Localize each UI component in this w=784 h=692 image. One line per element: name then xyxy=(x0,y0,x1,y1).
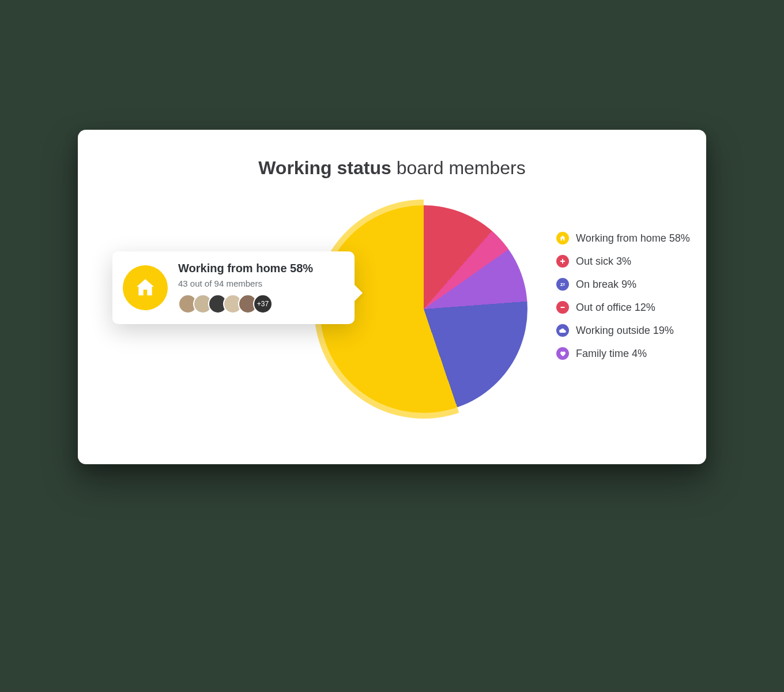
legend-item[interactable]: zzOn break 9% xyxy=(556,278,690,291)
legend-label: Out sick 3% xyxy=(576,255,631,268)
home-icon xyxy=(556,232,569,245)
plus-icon xyxy=(556,255,569,268)
legend-label: Out of office 12% xyxy=(576,302,655,314)
title-strong: Working status xyxy=(258,157,391,178)
tooltip-home-icon xyxy=(123,265,168,310)
tooltip-avatars: +37 xyxy=(178,294,342,314)
title-rest: board members xyxy=(397,157,526,178)
legend-item[interactable]: Out sick 3% xyxy=(556,255,690,268)
tooltip-title: Working from home 58% xyxy=(178,262,342,275)
legend-item[interactable]: Family time 4% xyxy=(556,347,690,360)
chart-area: Working from home 58% 43 out of 94 membe… xyxy=(78,200,706,442)
legend-item[interactable]: Working outside 19% xyxy=(556,324,690,337)
tooltip-body: Working from home 58% 43 out of 94 membe… xyxy=(178,262,342,314)
legend-label: Working outside 19% xyxy=(576,325,674,337)
card-title: Working status board members xyxy=(78,157,706,179)
cloud-icon xyxy=(556,324,569,337)
slice-tooltip: Working from home 58% 43 out of 94 membe… xyxy=(112,251,355,324)
heart-icon xyxy=(556,347,569,360)
legend-label: On break 9% xyxy=(576,279,636,291)
legend-item[interactable]: Working from home 58% xyxy=(556,232,690,245)
legend-item[interactable]: Out of office 12% xyxy=(556,301,690,314)
svg-rect-0 xyxy=(561,307,565,308)
status-card: Working status board members Working fro… xyxy=(78,130,706,464)
tooltip-subtitle: 43 out of 94 members xyxy=(178,279,342,288)
legend-label: Working from home 58% xyxy=(576,232,690,245)
legend-label: Family time 4% xyxy=(576,348,647,360)
legend: Working from home 58%Out sick 3%zzOn bre… xyxy=(556,232,690,360)
avatar-overflow[interactable]: +37 xyxy=(253,294,273,314)
stop-icon xyxy=(556,301,569,314)
zz-icon: zz xyxy=(556,278,569,291)
